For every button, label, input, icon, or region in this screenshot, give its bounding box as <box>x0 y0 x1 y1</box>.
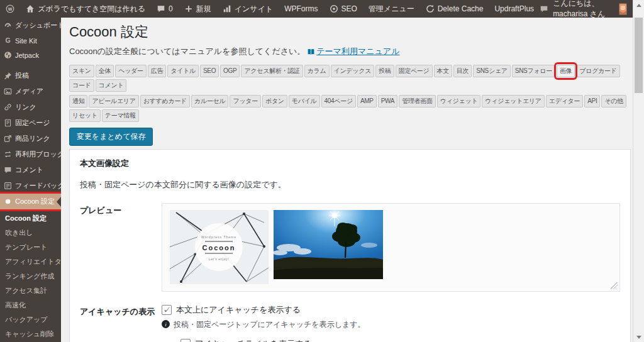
refresh-icon <box>426 4 435 13</box>
submenu-item-テンプレート[interactable]: テンプレート <box>0 240 61 255</box>
sidebar-item-Cocoon 設定[interactable]: Cocoon 設定 <box>0 194 61 209</box>
user-avatar[interactable] <box>619 3 627 15</box>
admin-bar-item[interactable]: UpdraftPlus <box>489 0 540 18</box>
tab-広告[interactable]: 広告 <box>148 65 166 77</box>
tab-画像[interactable]: 画像 <box>557 65 575 77</box>
admin-bar-item[interactable]: 0 <box>151 0 179 18</box>
tab-リセット[interactable]: リセット <box>69 109 101 122</box>
admin-bar-item[interactable]: 管理メニュー <box>363 0 420 18</box>
tab-404ページ[interactable]: 404ページ <box>321 95 356 108</box>
admin-bar-item[interactable]: SEO <box>324 0 363 18</box>
admin-bar-item[interactable]: 新規 <box>179 0 217 18</box>
user-greeting[interactable]: こんにちは、macharisa さん <box>553 0 614 19</box>
tab-ウィジェット[interactable]: ウィジェット <box>437 95 481 108</box>
tab-投稿[interactable]: 投稿 <box>375 65 394 77</box>
sitekit-icon: G <box>4 36 12 45</box>
tab-フッター[interactable]: フッター <box>230 95 261 108</box>
notification-bubble-icon[interactable] <box>540 4 548 13</box>
tab-インデックス[interactable]: インデックス <box>331 65 375 77</box>
setting-label: 本文上にアイキャッチを表示する <box>176 304 301 316</box>
admin-bar-item-label: インサイト <box>235 4 273 14</box>
tab-目次[interactable]: 目次 <box>453 65 472 77</box>
tab-全体[interactable]: 全体 <box>96 65 114 77</box>
tab-ボタン[interactable]: ボタン <box>262 95 287 108</box>
scroll-down-icon[interactable] <box>633 333 644 341</box>
sidebar-item-固定ページ[interactable]: 固定ページ <box>0 115 61 131</box>
comment-icon <box>4 166 12 174</box>
submenu-item-高速化[interactable]: 高速化 <box>0 298 61 312</box>
submenu-item-Cocoon 設定[interactable]: Cocoon 設定 <box>0 211 61 226</box>
tab-コード[interactable]: コード <box>69 79 94 92</box>
sidebar-item-投稿[interactable]: 投稿 <box>0 68 61 84</box>
sidebar-item-label: 商品リンク <box>15 134 50 143</box>
sidebar-item-リンク[interactable]: リンク <box>0 99 61 115</box>
preview-row: プレビュー <box>80 203 620 292</box>
intro-sentence: Cocoonの設定全般についてはマニュアルを参照してください。 <box>69 46 305 57</box>
tab-本文[interactable]: 本文 <box>434 65 452 77</box>
tab-カラム[interactable]: カラム <box>304 65 330 77</box>
section-description: 投稿・固定ページの本文部分に関する画像の設定です。 <box>80 179 620 190</box>
sidebar-item-Site Kit[interactable]: GSite Kit <box>0 33 61 48</box>
tab-その他[interactable]: その他 <box>601 95 626 108</box>
sidebar-item-Jetpack[interactable]: Jetpack <box>0 48 61 62</box>
tab-おすすめカード[interactable]: おすすめカード <box>140 95 190 108</box>
sidebar-item-ダッシュボード[interactable]: ダッシュボード <box>0 18 61 33</box>
admin-bar-item[interactable]: ズボラでもすてき空間は作れる <box>20 0 151 18</box>
page-scrollbar[interactable] <box>633 0 644 342</box>
tab-モバイル[interactable]: モバイル <box>289 95 320 108</box>
tab-コメント[interactable]: コメント <box>96 79 127 92</box>
sidebar-item-label: 再利用ブロック <box>15 150 61 159</box>
save-all-changes-button[interactable]: 変更をまとめて保存 <box>69 128 153 146</box>
sidebar-item-コメント[interactable]: コメント <box>0 162 61 178</box>
tab-テーマ情報[interactable]: テーマ情報 <box>102 109 139 122</box>
tab-通知[interactable]: 通知 <box>69 95 87 108</box>
tab-ウィジェットエリア[interactable]: ウィジェットエリア <box>482 95 544 108</box>
cocoon-theme-preview-image: Wordpress Theme Cocoon Let's enjoy! <box>170 210 269 284</box>
tab-AMP[interactable]: AMP <box>357 95 377 108</box>
admin-bar-item[interactable]: W <box>0 0 20 18</box>
submenu-item-バックアップ[interactable]: バックアップ <box>0 312 61 327</box>
submenu-item-吹き出し[interactable]: 吹き出し <box>0 226 61 240</box>
admin-bar-item-label: SEO <box>341 4 357 13</box>
scrollbar-thumb[interactable] <box>635 18 643 93</box>
submenu-item-ランキング作成[interactable]: ランキング作成 <box>0 269 61 284</box>
chart-icon <box>223 4 231 13</box>
admin-bar-right: こんにちは、macharisa さん <box>540 0 633 18</box>
sidebar-item-メディア[interactable]: メディア <box>0 84 61 99</box>
sidebar-item-再利用ブロック[interactable]: 再利用ブロック <box>0 146 61 162</box>
admin-bar-item-label: ズボラでもすてき空間は作れる <box>38 4 145 14</box>
tab-ブログカード[interactable]: ブログカード <box>576 65 619 77</box>
tab-スキン[interactable]: スキン <box>69 65 94 77</box>
admin-bar-item[interactable]: Delete Cache <box>420 0 489 18</box>
intro-text: Cocoonの設定全般についてはマニュアルを参照してください。 テーマ利用マニュ… <box>69 46 633 57</box>
scroll-up-icon[interactable] <box>633 1 644 9</box>
submenu-item-アクセス集計[interactable]: アクセス集計 <box>0 284 61 298</box>
setting-checkbox-row[interactable]: ✓本文上にアイキャッチを表示する <box>162 304 620 316</box>
checkbox-checked[interactable]: ✓ <box>162 305 172 315</box>
tab-OGP[interactable]: OGP <box>220 65 240 77</box>
tab-カルーセル[interactable]: カルーセル <box>191 95 228 108</box>
tab-管理者画面[interactable]: 管理者画面 <box>399 95 436 108</box>
admin-bar-item[interactable]: WPForms <box>279 0 323 18</box>
admin-bar-item[interactable]: インサイト <box>217 0 279 18</box>
submenu-item-キャッシュ削除[interactable]: キャッシュ削除 <box>0 327 61 341</box>
tab-SNSシェア[interactable]: SNSシェア <box>473 65 510 77</box>
resize-handle[interactable] <box>611 282 618 289</box>
theme-manual-link[interactable]: テーマ利用マニュアル <box>307 46 399 57</box>
admin-bar-left: Wズボラでもすてき空間は作れる0新規インサイトWPFormsSEO管理メニューD… <box>0 0 540 18</box>
submenu-item-アフィリエイトタグ[interactable]: アフィリエイトタグ <box>0 255 61 269</box>
setting-checkbox-row[interactable]: アイキャッチラベルを表示する <box>180 338 620 342</box>
tab-アクセス解析・認証[interactable]: アクセス解析・認証 <box>241 65 303 77</box>
tab-API[interactable]: API <box>584 95 600 108</box>
sidebar-item-フィードバック[interactable]: フィードバック <box>0 178 61 194</box>
tab-ヘッダー[interactable]: ヘッダー <box>115 65 147 77</box>
tab-固定ページ[interactable]: 固定ページ <box>396 65 433 77</box>
tab-SNSフォロー[interactable]: SNSフォロー <box>512 65 555 77</box>
checkbox[interactable] <box>180 339 191 342</box>
tab-SEO[interactable]: SEO <box>200 65 219 77</box>
sidebar-item-商品リンク[interactable]: 商品リンク <box>0 131 61 146</box>
tab-タイトル[interactable]: タイトル <box>167 65 199 77</box>
tab-エディター[interactable]: エディター <box>546 95 583 108</box>
tab-アピールエリア[interactable]: アピールエリア <box>89 95 138 108</box>
tab-PWA[interactable]: PWA <box>378 95 398 108</box>
